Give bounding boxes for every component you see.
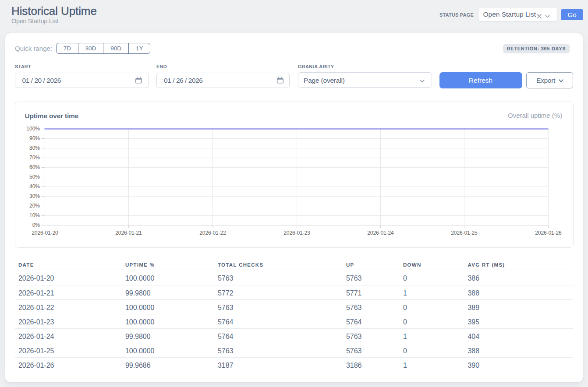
svg-text:20%: 20% [29,203,40,209]
svg-text:0%: 0% [32,222,40,228]
svg-text:80%: 80% [29,145,40,151]
svg-text:10%: 10% [29,212,40,218]
svg-text:2026-01-21: 2026-01-21 [115,230,142,236]
svg-text:2026-01-23: 2026-01-23 [283,230,310,236]
svg-text:2026-01-24: 2026-01-24 [367,230,394,236]
svg-text:30%: 30% [29,193,40,199]
svg-text:60%: 60% [29,164,40,170]
svg-text:2026-01-22: 2026-01-22 [199,230,226,236]
svg-text:2026-01-20: 2026-01-20 [32,230,58,236]
svg-text:70%: 70% [29,155,40,161]
svg-text:2026-01-25: 2026-01-25 [451,230,478,236]
svg-text:40%: 40% [29,183,40,190]
svg-text:100%: 100% [26,126,40,132]
svg-text:50%: 50% [29,174,40,180]
svg-text:2026-01-26: 2026-01-26 [535,230,562,236]
svg-text:90%: 90% [29,135,40,141]
